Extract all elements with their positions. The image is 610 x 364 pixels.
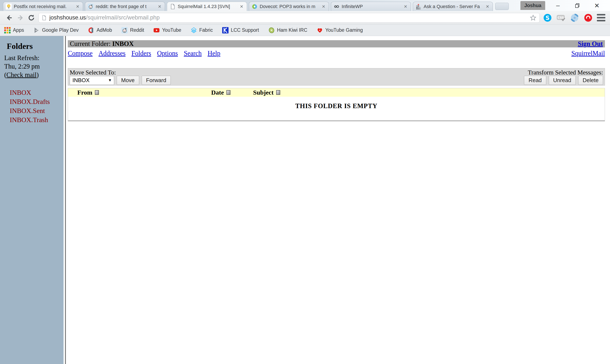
bookmark-admob[interactable]: AdMob bbox=[88, 27, 112, 33]
menu-compose[interactable]: Compose bbox=[68, 50, 93, 57]
tab-serverfault[interactable]: Ask a Question - Server Fa ✕ bbox=[413, 2, 493, 11]
extension-icons: S CSS bbox=[543, 13, 606, 23]
folder-list: INBOX INBOX.Drafts INBOX.Sent INBOX.Tras… bbox=[10, 88, 61, 124]
tab-dovecot[interactable]: Dovecot: POP3 works in m ✕ bbox=[249, 2, 329, 11]
close-icon[interactable]: ✕ bbox=[239, 4, 245, 10]
reddit-icon bbox=[88, 4, 94, 10]
folder-inbox-trash[interactable]: INBOX.Trash bbox=[10, 115, 61, 124]
close-window-button[interactable]: ✕ bbox=[587, 0, 607, 11]
menu-help[interactable]: Help bbox=[208, 50, 220, 57]
close-icon[interactable]: ✕ bbox=[402, 4, 408, 10]
current-folder: Current Folder: INBOX bbox=[70, 40, 134, 48]
chrome-menu-icon[interactable] bbox=[597, 14, 605, 21]
tab-reddit[interactable]: reddit: the front page of t ✕ bbox=[85, 2, 165, 11]
tab-title: reddit: the front page of t bbox=[96, 4, 157, 9]
read-button[interactable]: Read bbox=[524, 76, 546, 85]
move-folder-select[interactable]: INBOX ▼ bbox=[70, 76, 114, 85]
delete-button[interactable]: Delete bbox=[578, 76, 603, 85]
url-path: /squirrelmail/src/webmail.php bbox=[86, 14, 160, 21]
sign-out-link[interactable]: Sign Out bbox=[578, 40, 603, 48]
message-list-body: THIS FOLDER IS EMPTY bbox=[68, 97, 605, 120]
title-bar: Postfix not receiving mail. ✕ reddit: th… bbox=[0, 0, 610, 11]
bookmark-youtube[interactable]: YouTube bbox=[153, 27, 181, 33]
minimize-button[interactable]: – bbox=[548, 0, 568, 11]
menu-search[interactable]: Search bbox=[184, 50, 202, 57]
tab-title: Ask a Question - Server Fa bbox=[424, 4, 484, 9]
svg-text:S: S bbox=[546, 15, 550, 21]
transform-label: Transform Selected Messages: bbox=[528, 69, 603, 76]
authy-icon[interactable] bbox=[583, 13, 593, 23]
menu-options[interactable]: Options bbox=[157, 50, 178, 57]
folder-inbox-sent[interactable]: INBOX.Sent bbox=[10, 106, 61, 115]
sync-icon[interactable] bbox=[570, 13, 580, 23]
tab-infinitewp[interactable]: InfiniteWP ✕ bbox=[331, 2, 411, 11]
column-date: Date bbox=[211, 88, 230, 97]
tab-postfix[interactable]: Postfix not receiving mail. ✕ bbox=[3, 2, 83, 11]
new-tab-button[interactable] bbox=[495, 3, 509, 10]
back-button[interactable] bbox=[4, 12, 15, 23]
bookmark-apps[interactable]: Apps bbox=[4, 27, 24, 33]
sort-subject-icon[interactable] bbox=[276, 90, 280, 95]
tab-title: Dovecot: POP3 works in m bbox=[260, 4, 320, 9]
current-folder-name: INBOX bbox=[112, 40, 134, 47]
column-from: From bbox=[77, 88, 99, 97]
transform-section: Transform Selected Messages: Read Unread… bbox=[524, 69, 603, 84]
page-icon bbox=[170, 4, 176, 10]
forward-button-mail[interactable]: Forward bbox=[142, 76, 171, 85]
last-refresh-time: Thu, 2:29 pm bbox=[4, 62, 61, 71]
check-mail-link[interactable]: Check mail bbox=[6, 71, 36, 78]
sort-from-icon[interactable] bbox=[95, 90, 99, 95]
page-content: Folders Last Refresh: Thu, 2:29 pm (Chec… bbox=[0, 36, 610, 364]
navigation-toolbar: joshshouse.us/squirrelmail/src/webmail.p… bbox=[0, 11, 610, 25]
chevron-down-icon: ▼ bbox=[108, 78, 112, 82]
move-label: Move Selected To: bbox=[70, 69, 171, 76]
tab-title: InfiniteWP bbox=[342, 4, 402, 9]
close-icon[interactable]: ✕ bbox=[484, 4, 490, 10]
forward-button[interactable] bbox=[15, 12, 26, 23]
tab-squirrelmail-active[interactable]: SquirrelMail 1.4.23 [SVN] ✕ bbox=[167, 2, 247, 11]
play-dev-icon bbox=[33, 27, 40, 33]
apps-grid-icon bbox=[4, 27, 11, 33]
frame-divider bbox=[64, 36, 67, 364]
restore-button[interactable] bbox=[568, 0, 587, 11]
bookmark-lcc-support[interactable]: LCC Support bbox=[222, 27, 259, 33]
browser-window: Postfix not receiving mail. ✕ reddit: th… bbox=[0, 0, 610, 364]
bookmark-star-icon[interactable] bbox=[529, 13, 538, 22]
squirrelmail-link[interactable]: SquirrelMail bbox=[571, 50, 605, 57]
svg-text:CSS: CSS bbox=[557, 16, 564, 19]
profile-badge[interactable]: Joshua bbox=[520, 1, 545, 10]
bookmark-google-play-dev[interactable]: Google Play Dev bbox=[33, 27, 79, 33]
bookmark-fabric[interactable]: Fabric bbox=[191, 27, 213, 33]
close-icon[interactable]: ✕ bbox=[75, 4, 81, 10]
skype-icon[interactable]: S bbox=[543, 13, 552, 23]
bookmark-reddit[interactable]: Reddit bbox=[121, 27, 144, 33]
move-section: Move Selected To: INBOX ▼ Move Forward bbox=[70, 69, 171, 84]
address-bar[interactable]: joshshouse.us/squirrelmail/src/webmail.p… bbox=[39, 13, 540, 23]
infinitewp-icon bbox=[334, 4, 339, 10]
bookmark-youtube-gaming[interactable]: YouTube Gaming bbox=[317, 27, 363, 33]
sort-date-icon[interactable] bbox=[226, 90, 230, 95]
close-icon[interactable]: ✕ bbox=[320, 4, 327, 10]
reload-button[interactable] bbox=[26, 12, 37, 23]
window-controls: – ✕ bbox=[548, 0, 607, 11]
lcc-icon bbox=[222, 27, 229, 33]
menu-addresses[interactable]: Addresses bbox=[98, 50, 125, 57]
reddit-icon bbox=[121, 27, 128, 33]
close-icon[interactable]: ✕ bbox=[157, 4, 163, 10]
url-host: joshshouse.us bbox=[49, 14, 86, 21]
youtube-icon bbox=[153, 27, 160, 33]
unread-button[interactable]: Unread bbox=[549, 76, 576, 85]
current-folder-bar: Current Folder: INBOX Sign Out bbox=[68, 40, 605, 47]
menu-row: Compose Addresses Folders Options Search… bbox=[68, 50, 605, 57]
mailbox-frame: Current Folder: INBOX Sign Out Compose A… bbox=[67, 36, 610, 364]
fabric-icon bbox=[191, 27, 197, 33]
move-button[interactable]: Move bbox=[117, 76, 139, 85]
folder-inbox[interactable]: INBOX bbox=[10, 88, 61, 97]
lightbulb-icon bbox=[6, 4, 12, 10]
message-list: From Date Subject THIS FOLDER IS EMPTY bbox=[68, 88, 605, 121]
css-checker-icon[interactable]: CSS bbox=[556, 13, 566, 23]
menu-folders[interactable]: Folders bbox=[132, 50, 151, 57]
bookmark-ham-kiwi-irc[interactable]: Ham Kiwi IRC bbox=[268, 27, 307, 33]
folder-inbox-drafts[interactable]: INBOX.Drafts bbox=[10, 97, 61, 106]
url-text[interactable]: joshshouse.us/squirrelmail/src/webmail.p… bbox=[49, 14, 529, 21]
